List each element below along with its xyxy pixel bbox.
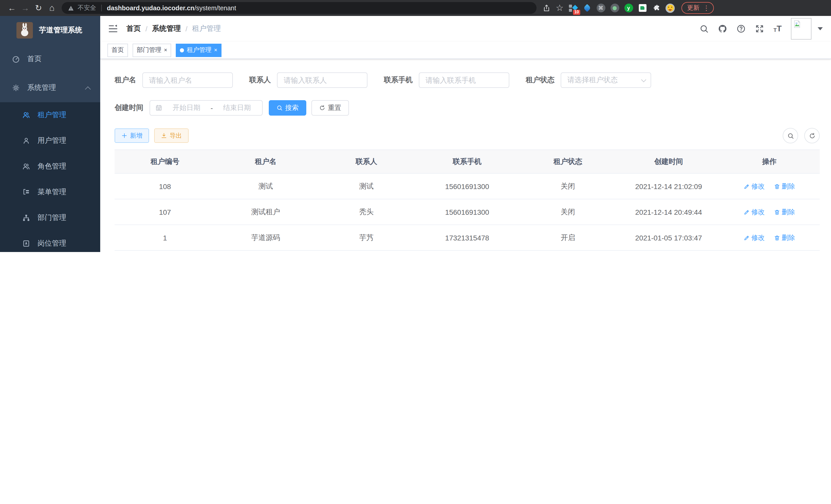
avatar[interactable] [791,18,811,39]
date-range-picker[interactable]: 开始日期 - 结束日期 [149,100,263,116]
filter-mobile: 联系手机 [384,72,509,88]
mobile-input[interactable] [419,72,509,88]
search-icon[interactable] [699,24,709,33]
dashboard-icon [12,55,20,63]
create-time-label: 创建时间 [115,103,143,113]
close-icon[interactable] [164,47,167,53]
sidebar: 芋道管理系统 首页 系统管理 租户管理 [0,16,100,252]
status-label: 租户状态 [526,76,554,85]
menu-tree-icon [22,188,30,196]
sidebar-item-tenant[interactable]: 租户管理 [0,102,100,128]
extension-balloon-icon[interactable] [582,3,592,12]
update-label: 更新 [687,4,699,12]
filter-tenant-name: 租户名 [115,72,233,88]
search-button[interactable]: 搜索 [269,100,306,116]
broken-image-icon [793,20,802,29]
extension-boards-icon[interactable]: 10 [568,3,578,12]
col-actions: 操作 [719,150,820,173]
status-text: 开启 [517,225,618,250]
font-size-icon[interactable]: TT [773,25,782,33]
search-icon [787,132,794,139]
extension-green-dot-icon[interactable] [610,3,619,12]
bookmark-star-icon[interactable]: ☆ [553,1,566,14]
refresh-table-button[interactable] [804,128,820,143]
tenant-users-icon [22,111,30,119]
filter-row-1: 租户名 联系人 联系手机 租户状态 请选择租户状态 [115,72,820,88]
sidebar-item-post[interactable]: 岗位管理 [0,231,100,252]
close-icon[interactable] [214,47,218,53]
status-select[interactable]: 请选择租户状态 [561,72,651,88]
breadcrumb-system[interactable]: 系统管理 [152,24,181,33]
delete-button[interactable]: 删除 [774,233,795,242]
contact-input[interactable] [277,72,368,88]
edit-button[interactable]: 修改 [744,207,765,216]
sidebar-toggle-icon[interactable] [108,24,118,34]
col-contact: 联系人 [316,150,417,173]
extension-y-icon[interactable]: y [624,3,633,12]
app-logo-row[interactable]: 芋道管理系统 [0,16,100,45]
reset-button[interactable]: 重置 [311,100,349,116]
extensions-puzzle-icon[interactable] [652,3,661,12]
show-search-toggle-button[interactable] [783,128,798,143]
app-title: 芋道管理系统 [39,26,82,35]
sidebar-menu: 首页 系统管理 租户管理 用户管理 [0,45,100,252]
fullscreen-icon[interactable] [755,24,764,33]
top-navbar: 首页 / 系统管理 / 租户管理 TT [100,16,831,41]
help-icon[interactable] [737,24,746,33]
tenant-table: 租户编号 租户名 联系人 联系手机 租户状态 创建时间 操作 108 测试 [115,149,820,251]
extension-badge: 10 [573,9,580,14]
sidebar-item-dept[interactable]: 部门管理 [0,205,100,231]
sidebar-item-menu[interactable]: 菜单管理 [0,179,100,205]
sidebar-item-system[interactable]: 系统管理 [0,73,100,102]
address-bar[interactable]: 不安全 dashboard.yudao.iocoder.cn/system/te… [62,2,537,14]
extension-chat-icon[interactable] [638,3,647,12]
status-text: 关闭 [517,173,618,199]
github-icon[interactable] [718,24,727,33]
browser-back-icon[interactable] [5,1,19,14]
breadcrumb-home[interactable]: 首页 [126,24,141,33]
contact-label: 联系人 [249,76,271,85]
col-tenant-name: 租户名 [215,150,316,173]
sidebar-item-home[interactable]: 首页 [0,45,100,73]
search-icon [277,105,283,111]
tenant-name-input[interactable] [142,72,233,88]
date-start-placeholder: 开始日期 [167,103,207,113]
main-area: 首页 / 系统管理 / 租户管理 TT [100,16,831,252]
download-icon [161,132,167,139]
edit-button[interactable]: 修改 [744,233,765,242]
calendar-icon [155,104,163,112]
edit-button[interactable]: 修改 [744,182,765,191]
browser-home-icon[interactable] [45,1,59,14]
add-button[interactable]: 新增 [115,128,149,143]
browser-menu-icon[interactable] [703,4,710,12]
browser-forward-icon[interactable] [19,1,32,14]
table-row: 107 测试租户 秃头 15601691300 关闭 2021-12-14 20… [115,199,820,225]
delete-button[interactable]: 删除 [774,182,795,191]
pen-icon [744,183,750,189]
table-toolbar: 新增 导出 [115,128,820,143]
delete-button[interactable]: 删除 [774,207,795,216]
sidebar-item-user[interactable]: 用户管理 [0,128,100,154]
browser-update-button[interactable]: 更新 [682,2,714,14]
caret-down-icon[interactable] [818,27,823,30]
url-host: dashboard.yudao.iocoder.cn [107,4,194,11]
browser-toolbar: 不安全 dashboard.yudao.iocoder.cn/system/te… [0,0,831,16]
role-users-icon [22,162,30,171]
share-icon[interactable] [540,1,553,14]
col-created: 创建时间 [618,150,719,173]
browser-reload-icon[interactable] [32,1,45,14]
tab-tenant[interactable]: 租户管理 [176,43,222,57]
export-button[interactable]: 导出 [154,128,189,143]
user-icon [22,137,30,145]
tab-dept[interactable]: 部门管理 [133,43,171,57]
col-status: 租户状态 [517,150,618,173]
url-path: /system/tenant [194,4,236,11]
extension-command-icon[interactable] [596,3,605,12]
tab-home[interactable]: 首页 [107,43,128,57]
mobile-label: 联系手机 [384,76,413,85]
sidebar-item-role[interactable]: 角色管理 [0,154,100,179]
browser-profile-avatar[interactable] [665,3,675,12]
tenant-name-label: 租户名 [115,76,136,85]
dept-tree-icon [22,214,30,222]
post-card-icon [22,239,30,248]
